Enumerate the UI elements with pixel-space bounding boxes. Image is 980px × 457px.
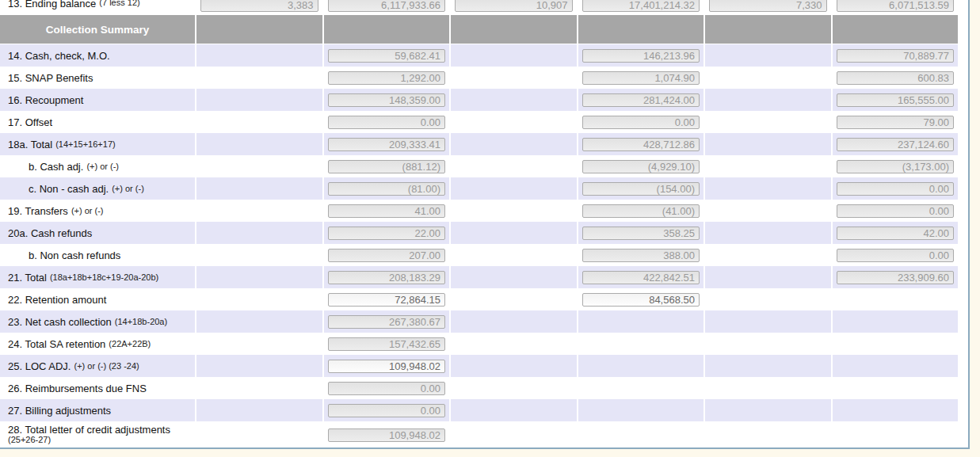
table-cell	[578, 310, 704, 333]
table-cell	[833, 377, 959, 399]
readonly-amount-field	[328, 116, 446, 129]
readonly-amount-field	[837, 0, 955, 12]
table-cell	[451, 200, 577, 222]
table-cell	[196, 333, 322, 355]
table-cell	[196, 67, 322, 89]
row-label: b. Non cash refunds	[0, 244, 195, 266]
table-cell	[578, 67, 704, 89]
table-cell	[578, 0, 704, 12]
table-row: b. Cash adj.(+) or (-)	[0, 155, 968, 177]
row-label-note: (22A+22B)	[109, 339, 151, 348]
table-cell	[833, 355, 959, 377]
table-cell	[578, 111, 704, 133]
table-cell	[196, 44, 322, 67]
table-cell	[833, 0, 959, 12]
editable-amount-input[interactable]	[582, 293, 700, 307]
table-cell	[578, 177, 704, 200]
readonly-amount-field	[328, 271, 446, 284]
table-cell	[578, 333, 704, 355]
table-row: 14. Cash, check, M.O.	[0, 44, 968, 67]
table-cell	[196, 89, 322, 111]
readonly-amount-field	[837, 116, 955, 129]
table-cell	[578, 222, 704, 244]
table-cell	[705, 266, 831, 288]
table-cell	[324, 155, 450, 177]
row-label-note: (+) or (-)	[112, 184, 144, 193]
table-cell	[705, 111, 831, 133]
readonly-amount-field	[582, 249, 700, 262]
table-cell	[196, 177, 322, 200]
table-row: 24. Total SA retention(22A+22B)	[0, 333, 968, 355]
table-cell	[451, 399, 577, 421]
row-label: c. Non - cash adj.(+) or (-)	[0, 177, 195, 200]
table-cell	[833, 177, 959, 200]
table-row: 28. Total letter of credit adjustments(2…	[0, 421, 968, 448]
readonly-amount-field	[837, 249, 955, 262]
row-label-note: (+) or (-)	[71, 206, 104, 215]
readonly-amount-field	[328, 204, 446, 218]
table-cell	[451, 155, 577, 177]
table-cell	[705, 67, 831, 89]
table-cell	[196, 355, 322, 377]
readonly-amount-field	[837, 182, 955, 196]
table-cell	[833, 155, 959, 177]
readonly-amount-field	[328, 138, 446, 151]
header-spacer-cell	[196, 15, 322, 44]
table-cell	[324, 0, 450, 12]
row-label-note: (14+15+16+17)	[55, 139, 116, 149]
table-cell	[451, 133, 577, 155]
table-row: 16. Recoupment	[0, 89, 968, 111]
table-cell	[451, 266, 577, 288]
row-label: 25. LOC ADJ.(+) or (-) (23 -24)	[0, 355, 195, 377]
table-cell	[324, 111, 450, 133]
table-cell	[705, 200, 831, 222]
readonly-amount-field	[200, 0, 318, 12]
readonly-amount-field	[837, 227, 955, 240]
table-cell	[578, 421, 704, 448]
table-cell	[578, 89, 704, 111]
table-row: 27. Billing adjustments	[0, 399, 968, 421]
table-cell	[451, 111, 577, 133]
table-cell	[705, 421, 831, 448]
readonly-amount-field	[582, 49, 700, 63]
table-cell	[578, 155, 704, 177]
table-row: 19. Transfers(+) or (-)	[0, 200, 968, 222]
row-label: 16. Recoupment	[0, 89, 195, 111]
row-label-note: (18a+18b+18c+19-20a-20b)	[50, 272, 158, 282]
section-header-cell: Collection Summary	[0, 15, 195, 44]
table-cell	[324, 200, 450, 222]
table-cell	[451, 333, 577, 355]
table-cell	[578, 377, 704, 399]
readonly-amount-field	[328, 249, 446, 262]
table-row: 26. Reimbursements due FNS	[0, 377, 968, 399]
table-cell	[833, 222, 959, 244]
readonly-amount-field	[582, 0, 700, 12]
table-cell	[833, 44, 959, 67]
table-cell	[324, 399, 450, 421]
row-label: 15. SNAP Benefits	[0, 67, 195, 89]
table-cell	[196, 266, 322, 288]
table-row: b. Non cash refunds	[0, 244, 968, 266]
row-label-note: (7 less 12)	[99, 0, 139, 7]
table-cell	[578, 133, 704, 155]
table-cell	[196, 200, 322, 222]
table-cell	[705, 333, 831, 355]
table-cell	[833, 244, 959, 266]
table-cell	[833, 89, 959, 111]
table-cell	[451, 177, 577, 200]
header-spacer-cell	[451, 15, 577, 44]
table-cell	[324, 355, 450, 377]
table-cell	[578, 244, 704, 266]
table-cell	[705, 288, 831, 310]
table-row: 21. Total(18a+18b+18c+19-20a-20b)	[0, 266, 968, 288]
table-cell	[324, 421, 450, 448]
readonly-amount-field	[582, 160, 700, 173]
editable-amount-input[interactable]	[328, 360, 446, 373]
row-label: 17. Offset	[0, 111, 195, 133]
table-row: c. Non - cash adj.(+) or (-)	[0, 177, 968, 200]
table-cell	[578, 355, 704, 377]
table-cell	[196, 421, 322, 448]
table-cell	[705, 89, 831, 111]
editable-amount-input[interactable]	[328, 293, 446, 307]
table-cell	[578, 44, 704, 67]
